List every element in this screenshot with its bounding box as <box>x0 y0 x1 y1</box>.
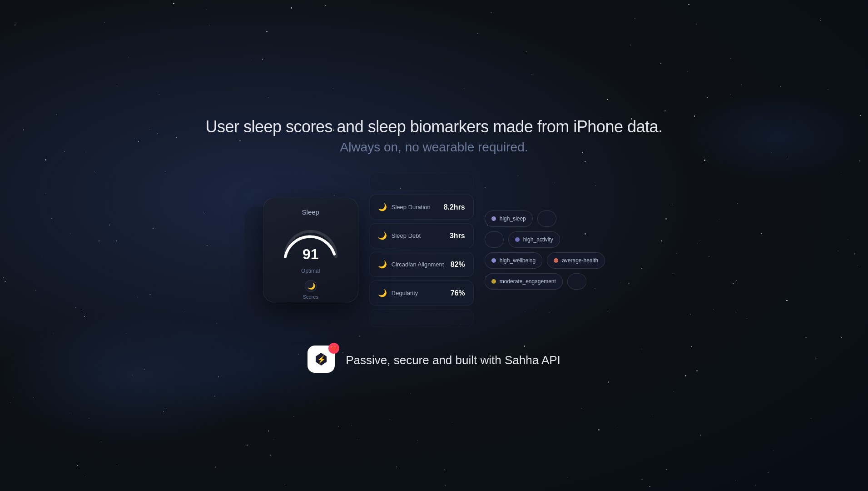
tag-label-high-activity: high_activity <box>523 236 553 243</box>
scores-section: 🌙 Scores <box>303 280 318 300</box>
tag-high-wellbeing: high_wellbeing <box>485 252 542 269</box>
metric-value-4: 76% <box>451 289 465 297</box>
tag-dot-average-health <box>554 258 558 263</box>
tag-empty-2 <box>485 231 504 248</box>
tag-dot-high-sleep <box>491 216 496 221</box>
tag-dot-high-activity <box>515 237 520 242</box>
sleep-label: Optimal <box>301 268 320 274</box>
metric-value-2: 3hrs <box>450 232 465 240</box>
tags-row-2: high_activity <box>485 231 560 248</box>
hero-section: User sleep scores and sleep biomarkers m… <box>205 116 662 155</box>
metric-card-sleep-debt: 🌙 Sleep Debt 3hrs <box>369 223 474 248</box>
scores-label: Scores <box>303 294 318 300</box>
tag-label-average-health: average-health <box>562 257 598 264</box>
metric-value-3: 82% <box>451 261 465 269</box>
tag-label-high-sleep: high_sleep <box>500 215 526 222</box>
tags-row-4: moderate_engagement <box>485 273 586 290</box>
showcase-row: Sleep 91 Optimal 🌙 <box>263 173 605 327</box>
tags-row-1: high_sleep <box>485 210 556 227</box>
metric-card-circadian: 🌙 Circadian Alignment 82% <box>369 252 474 277</box>
metric-name-4: Regularity <box>392 290 446 296</box>
metric-moon-icon-3: 🌙 <box>378 260 387 269</box>
main-content: User sleep scores and sleep biomarkers m… <box>0 0 868 491</box>
sleep-card-title: Sleep <box>302 208 319 216</box>
tag-moderate-engagement: moderate_engagement <box>485 273 563 290</box>
hero-subtitle: Always on, no wearable required. <box>205 140 662 155</box>
metric-card-regularity: 🌙 Regularity 76% <box>369 281 474 306</box>
tag-empty-1 <box>537 210 556 227</box>
metric-value-1: 8.2hrs <box>444 203 465 211</box>
tags-panel: high_sleep high_activity high_wellbeing <box>485 210 605 290</box>
metric-name-2: Sleep Debt <box>392 232 445 239</box>
tag-average-health: average-health <box>547 252 605 269</box>
tag-dot-moderate-engagement <box>491 279 496 284</box>
metric-card-faded-bottom <box>369 309 474 327</box>
metric-moon-icon-4: 🌙 <box>378 289 387 297</box>
heart-badge: ❤️ <box>328 343 339 354</box>
sahha-logo-wrapper: ⚡ ❤️ <box>308 346 337 375</box>
tag-dot-high-wellbeing <box>491 258 496 263</box>
moon-scores-icon: 🌙 <box>304 280 317 292</box>
svg-text:⚡: ⚡ <box>317 355 326 364</box>
sleep-score: 91 <box>303 247 319 261</box>
tag-high-sleep: high_sleep <box>485 210 533 227</box>
hero-title: User sleep scores and sleep biomarkers m… <box>205 116 662 138</box>
bottom-section: ⚡ ❤️ Passive, secure and built with Sahh… <box>308 346 560 375</box>
tags-row-3: high_wellbeing average-health <box>485 252 605 269</box>
metric-name-1: Sleep Duration <box>392 204 439 210</box>
sleep-gauge: 91 <box>279 222 342 259</box>
metric-card-faded-top <box>369 173 474 191</box>
metric-moon-icon-2: 🌙 <box>378 231 387 240</box>
tag-label-high-wellbeing: high_wellbeing <box>500 257 536 264</box>
heart-icon: ❤️ <box>330 345 337 352</box>
svg-text:🌙: 🌙 <box>308 282 316 290</box>
metric-name-3: Circadian Alignment <box>392 261 446 268</box>
metric-card-sleep-duration: 🌙 Sleep Duration 8.2hrs <box>369 195 474 220</box>
phone-card-wrapper: Sleep 91 Optimal 🌙 <box>263 198 358 302</box>
tag-label-moderate-engagement: moderate_engagement <box>500 278 556 285</box>
tag-empty-3 <box>567 273 586 290</box>
metric-moon-icon-1: 🌙 <box>378 203 387 211</box>
metrics-panel: 🌙 Sleep Duration 8.2hrs 🌙 Sleep Debt 3hr… <box>369 173 474 327</box>
sleep-card: Sleep 91 Optimal 🌙 <box>263 198 358 302</box>
bottom-text: Passive, secure and built with Sahha API <box>346 353 560 367</box>
tag-high-activity: high_activity <box>508 231 560 248</box>
sahha-logo-icon: ⚡ <box>313 351 329 367</box>
